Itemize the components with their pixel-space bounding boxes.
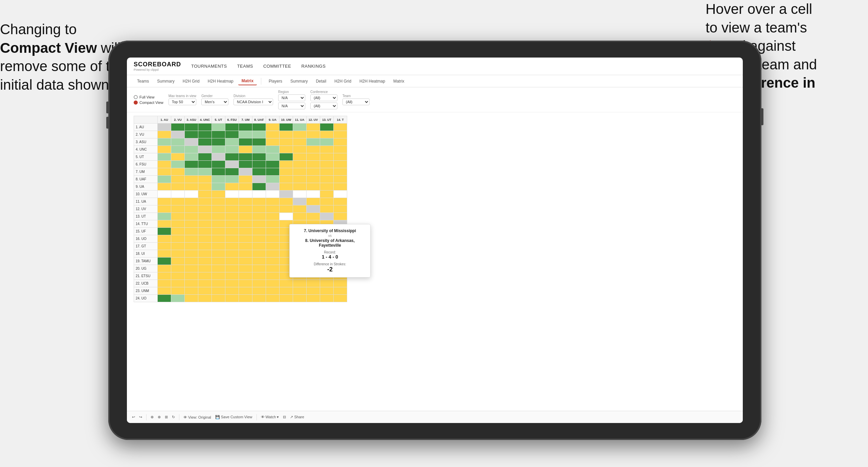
matrix-cell[interactable] <box>171 295 185 302</box>
matrix-cell[interactable] <box>239 213 252 220</box>
matrix-cell[interactable] <box>171 205 185 213</box>
sub-nav-h2h-heatmap1[interactable]: H2H Heatmap <box>204 77 237 85</box>
share-button[interactable]: ↗ Share <box>290 415 304 419</box>
matrix-cell[interactable] <box>252 228 266 235</box>
matrix-cell[interactable] <box>171 250 185 258</box>
matrix-cell[interactable] <box>320 131 334 138</box>
matrix-cell[interactable] <box>307 131 320 138</box>
matrix-cell[interactable] <box>225 183 239 191</box>
matrix-cell[interactable] <box>185 191 198 198</box>
matrix-cell[interactable] <box>185 205 198 213</box>
matrix-cell[interactable] <box>307 191 320 198</box>
matrix-cell[interactable] <box>239 287 252 295</box>
team-select[interactable]: (All) <box>342 98 370 105</box>
matrix-cell[interactable] <box>266 265 280 272</box>
matrix-cell[interactable] <box>266 138 280 146</box>
matrix-cell[interactable] <box>239 191 252 198</box>
matrix-cell[interactable] <box>212 124 225 131</box>
matrix-cell[interactable] <box>307 280 320 287</box>
matrix-cell[interactable] <box>252 272 266 280</box>
matrix-cell[interactable] <box>239 250 252 258</box>
matrix-cell[interactable] <box>307 153 320 161</box>
matrix-cell[interactable] <box>293 183 307 191</box>
matrix-cell[interactable] <box>198 168 212 176</box>
matrix-cell[interactable] <box>334 146 347 153</box>
matrix-cell[interactable] <box>280 131 293 138</box>
matrix-cell[interactable] <box>307 213 320 220</box>
matrix-cell[interactable] <box>239 295 252 302</box>
matrix-cell[interactable] <box>293 287 307 295</box>
matrix-cell[interactable] <box>225 146 239 153</box>
matrix-cell[interactable] <box>225 228 239 235</box>
matrix-cell[interactable] <box>198 272 212 280</box>
matrix-cell[interactable] <box>239 228 252 235</box>
matrix-cell[interactable] <box>185 265 198 272</box>
matrix-cell[interactable] <box>334 205 347 213</box>
matrix-cell[interactable] <box>171 146 185 153</box>
matrix-cell[interactable] <box>185 183 198 191</box>
matrix-cell[interactable] <box>212 161 225 168</box>
matrix-cell[interactable] <box>225 198 239 205</box>
matrix-cell[interactable] <box>198 243 212 250</box>
matrix-cell[interactable] <box>158 220 171 228</box>
matrix-cell[interactable] <box>185 287 198 295</box>
matrix-cell[interactable] <box>266 176 280 183</box>
matrix-cell[interactable] <box>266 295 280 302</box>
matrix-cell[interactable] <box>280 287 293 295</box>
matrix-cell[interactable] <box>171 235 185 243</box>
matrix-cell[interactable] <box>252 295 266 302</box>
matrix-cell[interactable] <box>225 265 239 272</box>
matrix-cell[interactable] <box>252 287 266 295</box>
matrix-cell[interactable] <box>307 295 320 302</box>
matrix-cell[interactable] <box>307 287 320 295</box>
matrix-cell[interactable] <box>198 220 212 228</box>
matrix-cell[interactable] <box>212 138 225 146</box>
matrix-cell[interactable] <box>185 235 198 243</box>
matrix-cell[interactable] <box>198 280 212 287</box>
matrix-cell[interactable] <box>280 176 293 183</box>
matrix-cell[interactable] <box>171 213 185 220</box>
matrix-cell[interactable] <box>280 153 293 161</box>
matrix-cell[interactable] <box>212 265 225 272</box>
matrix-cell[interactable] <box>171 183 185 191</box>
matrix-cell[interactable] <box>334 213 347 220</box>
matrix-cell[interactable] <box>252 138 266 146</box>
matrix-cell[interactable] <box>212 220 225 228</box>
matrix-cell[interactable] <box>320 183 334 191</box>
matrix-container[interactable]: 1. AU 2. VU 3. ASU 4. UNC 5. UT 6. FSU 7… <box>127 112 743 411</box>
matrix-cell[interactable] <box>158 153 171 161</box>
matrix-cell[interactable] <box>225 272 239 280</box>
matrix-cell[interactable] <box>171 243 185 250</box>
matrix-cell[interactable] <box>293 191 307 198</box>
matrix-cell[interactable] <box>239 258 252 265</box>
matrix-cell[interactable] <box>266 220 280 228</box>
sub-nav-h2h-grid2[interactable]: H2H Grid <box>331 77 355 85</box>
matrix-cell[interactable] <box>158 161 171 168</box>
gender-select[interactable]: Men's Women's <box>201 98 228 105</box>
matrix-cell[interactable] <box>198 131 212 138</box>
matrix-cell[interactable] <box>212 213 225 220</box>
matrix-cell[interactable] <box>158 198 171 205</box>
matrix-cell[interactable] <box>280 213 293 220</box>
matrix-cell[interactable] <box>171 198 185 205</box>
matrix-cell[interactable] <box>307 176 320 183</box>
matrix-cell[interactable] <box>185 243 198 250</box>
nav-committee[interactable]: COMMITTEE <box>263 64 291 69</box>
matrix-cell[interactable] <box>320 146 334 153</box>
matrix-cell[interactable] <box>212 146 225 153</box>
matrix-cell[interactable] <box>171 131 185 138</box>
matrix-cell[interactable] <box>266 272 280 280</box>
matrix-cell[interactable] <box>171 153 185 161</box>
matrix-cell[interactable] <box>225 205 239 213</box>
matrix-cell[interactable] <box>212 272 225 280</box>
matrix-cell[interactable] <box>280 191 293 198</box>
matrix-cell[interactable] <box>158 258 171 265</box>
matrix-cell[interactable] <box>293 280 307 287</box>
matrix-cell[interactable] <box>225 220 239 228</box>
conference-select2[interactable]: (All) <box>310 103 337 109</box>
matrix-cell[interactable] <box>252 213 266 220</box>
matrix-cell[interactable] <box>185 124 198 131</box>
matrix-cell[interactable] <box>198 191 212 198</box>
sub-nav-teams[interactable]: Teams <box>134 77 152 85</box>
matrix-cell[interactable] <box>239 272 252 280</box>
